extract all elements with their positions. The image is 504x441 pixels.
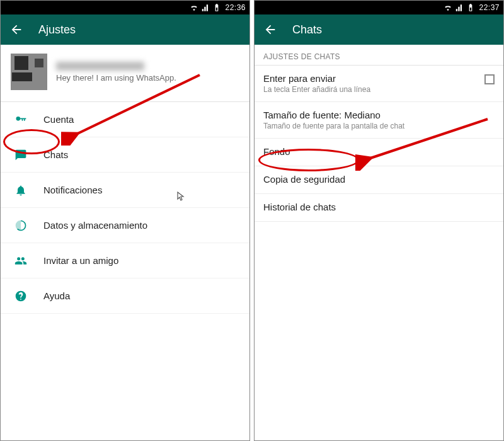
help-icon bbox=[12, 290, 30, 302]
settings-list: Cuenta Chats Notificaciones Datos y alma… bbox=[1, 102, 249, 314]
pref-backup[interactable]: Copia de seguridad bbox=[255, 166, 503, 194]
status-bar: 22:36 bbox=[1, 1, 249, 14]
pref-subtitle: La tecla Enter añadirá una línea bbox=[263, 85, 495, 94]
settings-item-invite[interactable]: Invitar a un amigo bbox=[1, 243, 249, 278]
key-icon bbox=[12, 113, 30, 126]
settings-item-data[interactable]: Datos y almacenamiento bbox=[1, 208, 249, 243]
back-arrow-icon[interactable] bbox=[263, 23, 277, 37]
pref-history[interactable]: Historial de chats bbox=[255, 194, 503, 222]
app-bar-title: Ajustes bbox=[38, 23, 76, 37]
pref-wallpaper[interactable]: Fondo bbox=[255, 139, 503, 166]
pref-title: Tamaño de fuente: Mediano bbox=[263, 110, 495, 120]
pref-subtitle: Tamaño de fuente para la pantalla de cha… bbox=[263, 122, 495, 130]
profile-name-blurred bbox=[56, 62, 144, 71]
clock: 22:37 bbox=[479, 3, 500, 12]
pref-title: Fondo bbox=[263, 146, 495, 157]
cursor-icon bbox=[177, 192, 185, 202]
pref-enter-to-send[interactable]: Enter para enviar La tecla Enter añadirá… bbox=[255, 66, 503, 102]
profile-row[interactable]: Hey there! I am using WhatsApp. bbox=[1, 45, 249, 102]
status-bar: 22:37 bbox=[255, 1, 503, 14]
settings-label: Invitar a un amigo bbox=[43, 255, 118, 266]
chat-icon bbox=[12, 149, 30, 161]
pref-font-size[interactable]: Tamaño de fuente: Mediano Tamaño de fuen… bbox=[255, 102, 503, 139]
pref-title: Enter para enviar bbox=[263, 73, 495, 84]
people-icon bbox=[12, 255, 30, 267]
settings-item-help[interactable]: Ayuda bbox=[1, 278, 249, 314]
data-usage-icon bbox=[12, 219, 30, 232]
app-bar: Chats bbox=[255, 14, 503, 45]
pref-title: Copia de seguridad bbox=[263, 174, 495, 185]
pref-title: Historial de chats bbox=[263, 202, 495, 212]
settings-item-chats[interactable]: Chats bbox=[1, 137, 249, 173]
settings-label: Chats bbox=[43, 149, 68, 160]
section-header: AJUSTES DE CHATS bbox=[255, 45, 503, 66]
back-arrow-icon[interactable] bbox=[9, 23, 23, 37]
battery-icon bbox=[212, 3, 221, 12]
avatar bbox=[11, 54, 47, 90]
settings-label: Datos y almacenamiento bbox=[43, 220, 147, 231]
settings-label: Ayuda bbox=[43, 290, 70, 301]
profile-status: Hey there! I am using WhatsApp. bbox=[56, 73, 176, 83]
signal-icon bbox=[201, 3, 210, 12]
battery-icon bbox=[466, 3, 475, 12]
settings-item-account[interactable]: Cuenta bbox=[1, 102, 249, 137]
checkbox[interactable] bbox=[484, 74, 495, 84]
signal-icon bbox=[455, 3, 464, 12]
wifi-icon bbox=[444, 3, 452, 12]
settings-item-notifications[interactable]: Notificaciones bbox=[1, 173, 249, 208]
settings-label: Cuenta bbox=[43, 114, 74, 125]
settings-screen: 22:36 Ajustes Hey there! I am using What… bbox=[0, 0, 250, 441]
app-bar-title: Chats bbox=[292, 23, 322, 37]
settings-label: Notificaciones bbox=[43, 185, 102, 195]
bell-icon bbox=[12, 184, 30, 197]
app-bar: Ajustes bbox=[1, 14, 249, 45]
chats-settings-screen: 22:37 Chats AJUSTES DE CHATS Enter para … bbox=[254, 0, 504, 441]
wifi-icon bbox=[190, 3, 198, 12]
clock: 22:36 bbox=[225, 3, 246, 12]
